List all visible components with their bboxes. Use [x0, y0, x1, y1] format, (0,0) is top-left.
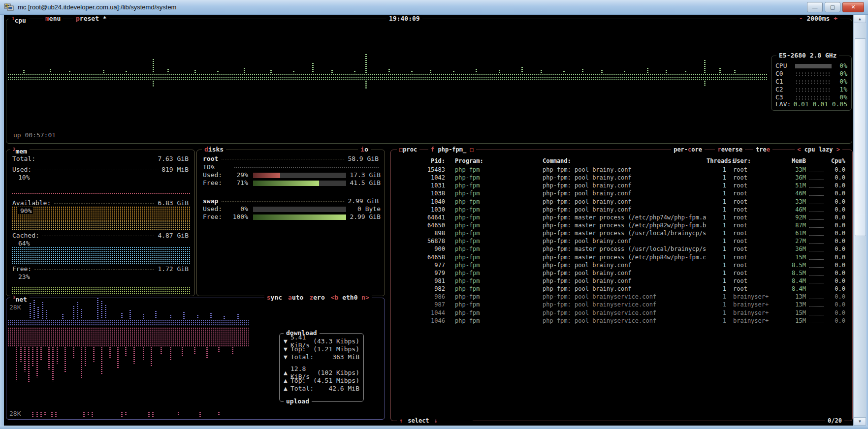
- proc-filter[interactable]: f php-fpm_ □: [428, 146, 476, 153]
- scroll-up-icon[interactable]: ▲: [854, 15, 866, 23]
- maximize-button[interactable]: ▢: [825, 2, 840, 12]
- up-arrow-icon: ▲: [284, 377, 290, 385]
- disk-root-io-row: IO%: [203, 163, 379, 171]
- terminal-scrollbar[interactable]: ▲ ▼: [853, 15, 866, 426]
- preset-button[interactable]: preset *: [73, 15, 109, 23]
- process-row[interactable]: 900 php-fpm php-fpm: master process (/us…: [398, 245, 845, 253]
- process-row[interactable]: 1038 php-fpm php-fpm: pool brainy.conf 1…: [398, 189, 845, 197]
- proc-box-title: □proc: [397, 146, 419, 153]
- net-toggle-button[interactable]: auto: [288, 294, 303, 302]
- net-box-title: 3net: [10, 294, 30, 302]
- cpu-info-box[interactable]: E5-2680 2.8 GHz CPU 0% C0 0% C1 0%: [771, 56, 852, 111]
- select-up-icon[interactable]: ↑: [399, 417, 403, 425]
- process-row[interactable]: 986 php-fpm php-fpm: pool brainyservice.…: [398, 293, 845, 301]
- iface-prev-button[interactable]: <b: [331, 294, 339, 301]
- net-toggle-button[interactable]: sync: [267, 294, 282, 302]
- process-row[interactable]: 982 php-fpm php-fpm: pool brainy.conf 1 …: [398, 285, 845, 293]
- disk-root-free-row: Free:71% 41.5 GiB: [203, 179, 381, 187]
- sort-field: cpu lazy: [804, 146, 833, 153]
- process-row[interactable]: 1040 php-fpm php-fpm: pool brainy.conf 1…: [398, 198, 845, 206]
- upload-stats: ▲ 12.8 KiB/s (102 Kibps) ▲ Top: (4.51 Mi…: [284, 369, 359, 393]
- putty-icon: [4, 3, 14, 11]
- interval-plus-button[interactable]: +: [834, 15, 837, 22]
- process-row[interactable]: 56878 php-fpm php-fpm: pool brainy.conf …: [398, 237, 845, 245]
- mem-cpu-leader: [809, 222, 824, 228]
- close-button[interactable]: ✕: [842, 2, 864, 12]
- process-row[interactable]: 64641 php-fpm php-fpm: master process (/…: [398, 214, 845, 221]
- window-frame-left: [0, 15, 4, 429]
- filter-input[interactable]: php-fpm_: [438, 146, 466, 153]
- down-arrow-icon: ▼: [284, 353, 290, 361]
- core-meter: [795, 72, 832, 76]
- per-core-toggle[interactable]: per-core: [671, 146, 705, 153]
- process-row[interactable]: 64650 php-fpm php-fpm: master process (/…: [398, 221, 845, 229]
- mem-cpu-leader: [809, 301, 824, 307]
- mem-cpu-leader: [809, 182, 824, 188]
- mem-cached-percent: 64%: [18, 240, 30, 247]
- process-row[interactable]: 981 php-fpm php-fpm: pool brainy.conf 1 …: [398, 277, 845, 285]
- process-row[interactable]: 898 php-fpm php-fpm: master process (/us…: [398, 229, 845, 237]
- mem-used-graph: [11, 192, 191, 195]
- process-row[interactable]: 1030 php-fpm php-fpm: pool brainy.conf 1…: [398, 206, 845, 214]
- disks-io-title[interactable]: io: [358, 146, 371, 153]
- process-row[interactable]: 64658 php-fpm php-fpm: master process (/…: [398, 253, 845, 261]
- cpu-box-title: 1cpu: [9, 15, 29, 23]
- disk-swap-row: swap2.99 GiB: [203, 197, 379, 205]
- process-row[interactable]: 987 php-fpm php-fpm: pool brainyservice.…: [398, 301, 845, 308]
- process-row[interactable]: 1042 php-fpm php-fpm: pool brainy.conf 1…: [398, 174, 845, 182]
- mem-cpu-leader: [809, 174, 824, 180]
- net-toggle-button[interactable]: zero: [309, 294, 324, 302]
- mem-total-row: Total:7.63 GiB: [12, 155, 189, 163]
- disks-box: disks io root58.9 GiB IO% Used:29% 17.3 …: [196, 150, 385, 296]
- process-row[interactable]: 15483 php-fpm php-fpm: pool brainy.conf …: [398, 166, 845, 174]
- disk-swap-free-row: Free:100% 2.99 GiB: [203, 213, 381, 221]
- window-frame-right: [866, 15, 868, 429]
- menu-button[interactable]: menu: [43, 15, 63, 23]
- net-interface-switcher: <b eth0 n>: [331, 294, 369, 302]
- process-row[interactable]: 1044 php-fpm php-fpm: pool brainyservice…: [398, 309, 845, 317]
- select-label: select: [408, 417, 429, 425]
- select-down-icon[interactable]: ↓: [434, 417, 438, 425]
- mem-cpu-leader: [809, 309, 824, 315]
- net-stats-box: download ▼ 5.41 KiB/s (43.3 Kibps) ▼ Top…: [279, 333, 364, 402]
- scroll-down-icon[interactable]: ▼: [854, 417, 866, 426]
- cpu-core-row: C0 0%: [775, 70, 847, 78]
- disk-swap-used-meter: [253, 207, 346, 212]
- cpu-usage-graph: [7, 49, 768, 108]
- mem-cached-row: Cached:4.87 GiB: [12, 232, 189, 240]
- disks-box-title: disks: [202, 146, 226, 153]
- proc-box: □proc f php-fpm_ □ per-core reverse tree…: [390, 150, 853, 421]
- mem-cpu-leader: [809, 245, 824, 251]
- process-row[interactable]: 979 php-fpm php-fpm: pool brainy.conf 1 …: [398, 269, 845, 277]
- process-row[interactable]: 977 php-fpm php-fpm: pool brainy.conf 1 …: [398, 261, 845, 269]
- up-arrow-icon: ▲: [284, 385, 290, 393]
- scrollbar-thumb[interactable]: [855, 38, 866, 236]
- update-interval: - 2000ms +: [797, 15, 840, 23]
- reverse-toggle[interactable]: reverse: [715, 146, 745, 153]
- sort-prev-button[interactable]: <: [797, 146, 801, 153]
- disk-root-free-meter: [253, 181, 346, 186]
- sort-next-button[interactable]: >: [836, 146, 840, 153]
- sort-selector: < cpu lazy >: [795, 146, 842, 153]
- proc-table-header: Pid: Program: Command: Threads: User: Me…: [398, 157, 845, 165]
- selection-counter: 0/20: [825, 417, 844, 425]
- iface-next-button[interactable]: n>: [361, 294, 369, 301]
- proc-table: 15483 php-fpm php-fpm: pool brainy.conf …: [398, 166, 845, 325]
- process-row[interactable]: 1046 php-fpm php-fpm: pool brainyservice…: [398, 317, 845, 325]
- process-row[interactable]: 1031 php-fpm php-fpm: pool brainy.conf 1…: [398, 182, 845, 189]
- interval-minus-button[interactable]: -: [799, 15, 803, 22]
- net-scale-top: 28K: [9, 304, 21, 311]
- proc-marker-right: □: [470, 146, 474, 153]
- minimize-button[interactable]: —: [807, 2, 823, 12]
- tree-toggle[interactable]: tree: [753, 146, 772, 153]
- window-title: mc [root@ub24.itdeveloper.com.ua]:/lib/s…: [18, 3, 176, 11]
- uptime-label: up 00:57:01: [13, 131, 56, 139]
- mem-free-percent: 23%: [18, 273, 30, 280]
- cpu-core-row: C1 0%: [775, 78, 847, 86]
- mem-cpu-leader: [809, 238, 824, 244]
- cpu-core-row: CPU 0%: [775, 62, 847, 70]
- filter-key[interactable]: f: [431, 146, 434, 153]
- down-arrow-icon: ▼: [284, 345, 290, 353]
- mem-cpu-leader: [809, 293, 824, 299]
- window-titlebar: mc [root@ub24.itdeveloper.com.ua]:/lib/s…: [0, 0, 868, 15]
